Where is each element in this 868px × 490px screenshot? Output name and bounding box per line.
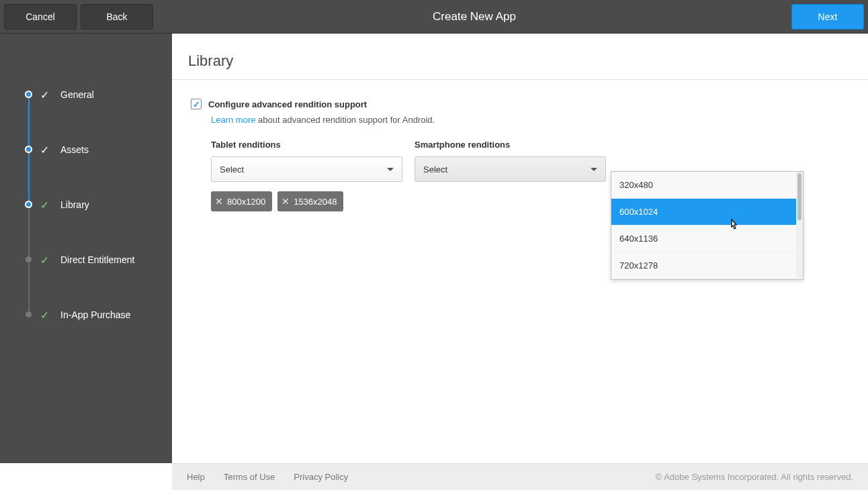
back-button[interactable]: Back [81,4,153,30]
header-bar: Cancel Back Create New App Next [0,0,868,34]
sidebar-step-assets[interactable]: ✓ Assets [27,122,172,177]
dropdown-option[interactable]: 600x1024 [611,199,803,226]
tablet-tag: ✕1536x2048 [277,191,343,211]
advanced-rendition-label: Configure advanced rendition support [208,99,367,109]
step-label: In-App Purchase [60,309,130,320]
page-title: Library [172,34,868,80]
smartphone-select[interactable]: Select [415,156,606,182]
remove-tag-icon[interactable]: ✕ [281,196,290,207]
tag-label: 1536x2048 [294,197,337,207]
sidebar: ✓ General ✓ Assets ✓ Library ✓ Direct En… [0,34,172,463]
caret-down-icon [591,168,597,171]
step-label: Library [60,199,89,210]
footer-privacy-link[interactable]: Privacy Policy [294,472,348,482]
check-icon: ✓ [40,254,49,266]
smartphone-dropdown: 320x480600x1024640x1136720x1278 [611,171,804,280]
step-label: Direct Entitlement [60,254,134,265]
footer: Help Terms of Use Privacy Policy © Adobe… [172,463,868,490]
dropdown-option[interactable]: 640x1136 [611,226,803,252]
footer-help-link[interactable]: Help [187,472,205,482]
sidebar-step-library[interactable]: ✓ Library [27,177,172,232]
check-icon: ✓ [40,89,49,101]
footer-terms-link[interactable]: Terms of Use [224,472,275,482]
step-label: General [60,89,94,100]
main-panel: Library ✓ Configure advanced rendition s… [172,34,868,463]
step-label: Assets [60,144,89,155]
sidebar-step-general[interactable]: ✓ General [27,67,172,122]
check-icon: ✓ [40,199,49,211]
remove-tag-icon[interactable]: ✕ [215,196,223,207]
smartphone-column: Smartphone renditions Select [415,140,606,211]
tablet-column: Tablet renditions Select ✕800x1200✕1536x… [211,140,402,211]
tablet-label: Tablet renditions [211,140,402,150]
smartphone-select-value: Select [423,164,447,175]
dropdown-option[interactable]: 720x1278 [611,252,803,279]
tag-label: 800x1200 [227,197,265,207]
dropdown-option[interactable]: 320x480 [611,172,803,199]
cancel-button[interactable]: Cancel [4,4,77,30]
learn-more-link[interactable]: Learn more [211,115,255,125]
caret-down-icon [387,168,394,171]
sidebar-step-direct-entitlement[interactable]: ✓ Direct Entitlement [27,232,172,287]
sidebar-step-in-app-purchase[interactable]: ✓ In-App Purchase [27,287,172,342]
tablet-select[interactable]: Select [211,156,402,182]
scrollbar-thumb[interactable] [797,173,801,220]
footer-copyright: © Adobe Systems Incorporated. All rights… [656,472,853,482]
help-text: Learn more about advanced rendition supp… [211,115,868,125]
advanced-rendition-checkbox[interactable]: ✓ [191,99,202,109]
dropdown-scrollbar[interactable] [796,172,803,279]
check-icon: ✓ [40,309,49,322]
tablet-select-value: Select [220,164,244,175]
header-title: Create New App [157,10,791,23]
next-button[interactable]: Next [791,4,864,30]
smartphone-label: Smartphone renditions [415,140,606,150]
tablet-tag: ✕800x1200 [211,191,272,211]
check-icon: ✓ [40,144,49,156]
